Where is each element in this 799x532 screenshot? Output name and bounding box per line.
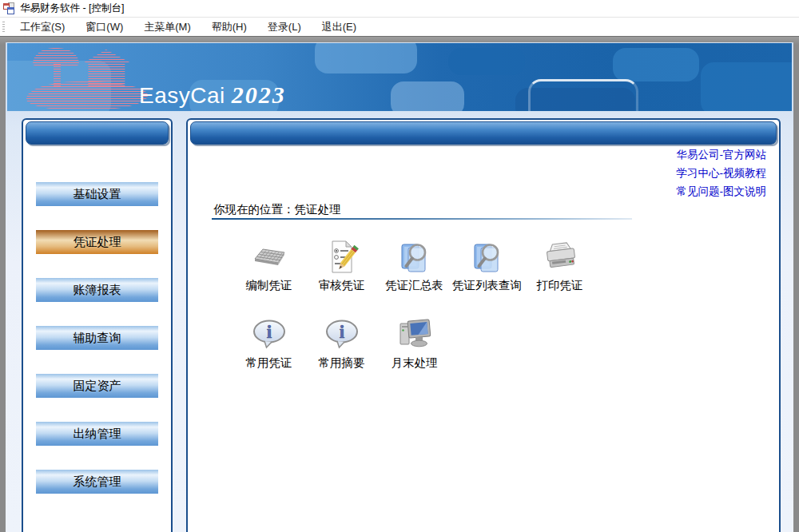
banner-shape — [701, 62, 793, 112]
shortcut-label: 常用凭证 — [246, 355, 292, 371]
window-title: 华易财务软件 - [控制台] — [20, 2, 125, 15]
brand-name: EasyCai — [139, 83, 225, 108]
shortcut-create-voucher[interactable]: 编制凭证 — [233, 239, 305, 293]
shortcut-label: 打印凭证 — [537, 278, 583, 293]
banner-palm-art — [33, 48, 79, 66]
shortcut-voucher-list-query[interactable]: 凭证列表查询 — [451, 239, 523, 293]
main-panel: 华易公司-官方网站 学习中心-视频教程 常见问题-图文说明 你现在的位置：凭证处… — [186, 118, 781, 532]
menu-bar: 工作室(S) 窗口(W) 主菜单(M) 帮助(H) 登录(L) 退出(E) — [0, 18, 799, 36]
folder-search-icon — [396, 239, 433, 276]
menu-item-login[interactable]: 登录(L) — [257, 18, 312, 36]
info-bubble-icon: i — [251, 316, 288, 353]
sidebar-item-cashier-management[interactable]: 出纳管理 — [36, 422, 158, 446]
sidebar-item-fixed-assets[interactable]: 固定资产 — [36, 374, 158, 398]
shortcut-label: 凭证列表查询 — [452, 278, 522, 293]
banner-shape — [613, 48, 699, 81]
app-window: 华易财务软件 - [控制台] 工作室(S) 窗口(W) 主菜单(M) 帮助(H)… — [0, 0, 799, 532]
banner-outline-shape — [528, 79, 638, 112]
sidebar-header-bar — [26, 121, 169, 145]
banner-island-art — [26, 81, 148, 110]
menu-item-main-menu[interactable]: 主菜单(M) — [133, 18, 201, 36]
printer-icon — [542, 239, 578, 276]
shortcut-common-vouchers[interactable]: i 常用凭证 — [233, 316, 305, 371]
svg-text:i: i — [266, 322, 272, 342]
banner: EasyCai2023 — [6, 42, 793, 112]
shortcut-common-summaries[interactable]: i 常用摘要 — [305, 316, 378, 371]
folder-search-icon — [469, 239, 506, 276]
menu-item-exit[interactable]: 退出(E) — [312, 18, 367, 36]
shortcut-audit-voucher[interactable]: 审核凭证 — [305, 239, 378, 293]
link-learning-center[interactable]: 学习中心-视频教程 — [677, 164, 767, 182]
brand-year: 2023 — [232, 81, 286, 108]
banner-shape — [391, 81, 464, 112]
sidebar-item-basic-settings[interactable]: 基础设置 — [36, 182, 158, 206]
toolstrip-grip-icon — [2, 22, 5, 34]
banner-shape — [448, 48, 525, 75]
link-official-website[interactable]: 华易公司-官方网站 — [677, 145, 767, 164]
sidebar-panel: 基础设置 凭证处理 账簿报表 辅助查询 固定资产 出纳管理 系统管理 — [22, 118, 173, 532]
shortcut-print-voucher[interactable]: 打印凭证 — [523, 239, 596, 293]
window-chrome: EasyCai2023 基础设置 凭证处理 账簿报表 辅助查询 固定资产 出纳管… — [0, 36, 799, 532]
sidebar-item-voucher-processing[interactable]: 凭证处理 — [36, 230, 158, 254]
shortcut-row-2: i 常用凭证 i 常用摘要 — [233, 316, 451, 371]
menu-item-window[interactable]: 窗口(W) — [75, 18, 133, 36]
breadcrumb-location: 你现在的位置：凭证处理 — [213, 202, 341, 217]
sidebar-item-ledger-reports[interactable]: 账簿报表 — [36, 278, 158, 302]
sidebar-item-auxiliary-query[interactable]: 辅助查询 — [36, 326, 158, 350]
keyboard-icon — [251, 239, 288, 276]
document-pencil-icon — [324, 239, 360, 276]
shortcut-label: 审核凭证 — [319, 278, 365, 293]
shortcut-label: 月末处理 — [392, 355, 438, 371]
shortcut-label: 编制凭证 — [246, 278, 292, 293]
title-bar: 华易财务软件 - [控制台] — [0, 0, 799, 18]
sidebar-item-system-management[interactable]: 系统管理 — [36, 470, 158, 494]
svg-text:i: i — [339, 322, 344, 342]
computer-icon — [396, 316, 433, 353]
link-faq[interactable]: 常见问题-图文说明 — [677, 182, 767, 200]
shortcut-label: 凭证汇总表 — [385, 278, 443, 293]
location-divider — [212, 218, 632, 220]
mdi-client-area: EasyCai2023 基础设置 凭证处理 账簿报表 辅助查询 固定资产 出纳管… — [6, 42, 793, 532]
shortcut-row-1: 编制凭证 — [233, 239, 596, 293]
app-icon — [3, 2, 15, 14]
menu-item-help[interactable]: 帮助(H) — [201, 18, 257, 36]
shortcut-voucher-summary[interactable]: 凭证汇总表 — [378, 239, 451, 293]
quick-links: 华易公司-官方网站 学习中心-视频教程 常见问题-图文说明 — [677, 145, 767, 200]
info-bubble-icon: i — [324, 316, 360, 353]
brand-logo: EasyCai2023 — [139, 81, 286, 109]
shortcut-month-end-processing[interactable]: 月末处理 — [378, 316, 451, 371]
menu-item-workspace[interactable]: 工作室(S) — [10, 18, 75, 36]
banner-shape — [315, 42, 417, 73]
shortcut-label: 常用摘要 — [319, 355, 365, 371]
main-header-bar — [190, 121, 777, 145]
